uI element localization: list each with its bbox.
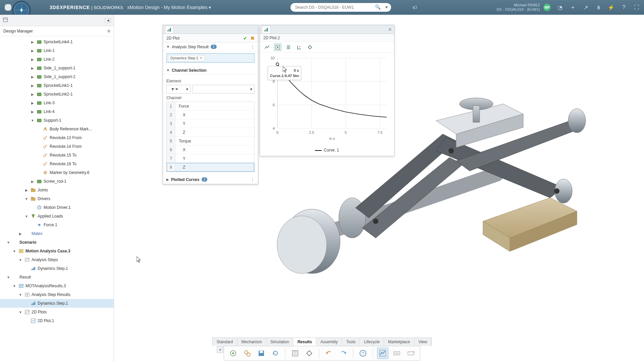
chip-remove-icon[interactable]: ✕	[200, 56, 203, 60]
design-tree[interactable]: ▶SprocketLink4-1▶Link-1▶Link-2▶Side_1_su…	[0, 36, 114, 362]
tool-settings-icon[interactable]	[304, 348, 315, 359]
channel-row[interactable]: 1Force	[167, 102, 254, 111]
tree-item[interactable]: Force.1	[0, 221, 114, 229]
tree-item[interactable]: Dynamics Step.1	[0, 264, 114, 273]
channel-row[interactable]: 4Z	[167, 128, 254, 137]
tree-item[interactable]: ▶SprocketLink1-1	[0, 81, 114, 90]
bottom-tab[interactable]: Simulation	[266, 338, 293, 346]
confirm-icon[interactable]: ✔	[243, 36, 247, 41]
channel-row[interactable]: 2X	[167, 111, 254, 119]
plot-tool-settings-icon[interactable]	[306, 44, 314, 51]
section-menu-icon[interactable]: ⋮	[251, 45, 255, 49]
sidebar-collapse-icon[interactable]: ◀	[105, 18, 111, 23]
bottom-tab[interactable]: Tools	[342, 338, 360, 346]
tree-item[interactable]: ▼Applied Loads	[0, 212, 114, 221]
tree-item[interactable]: ▶SprocketLink4-1	[0, 38, 114, 46]
channel-row[interactable]: 3Y	[167, 119, 254, 128]
share-icon[interactable]: ↗	[582, 4, 589, 11]
channel-row[interactable]: 8Z	[167, 163, 254, 172]
tree-item[interactable]: Body Reference Mark...	[0, 125, 114, 133]
tool-save-icon[interactable]	[256, 348, 267, 359]
collab-icon[interactable]: ⋔	[595, 4, 602, 11]
user-block[interactable]: Michael PEREZ DS - DSQAL018 - (EUW1)	[496, 3, 540, 12]
sidebar-tab-icon[interactable]	[3, 17, 8, 24]
plot-tab-icon[interactable]	[262, 26, 271, 33]
tree-item[interactable]: ▶SprocketLink2-1	[0, 90, 114, 99]
close-icon[interactable]: ✕	[386, 27, 394, 32]
tree-item[interactable]: Revolute.16 To	[0, 160, 114, 168]
analysis-step-chip[interactable]: Dynamics Step.1 ✕	[168, 55, 205, 61]
bottom-tab[interactable]: Mechanism	[237, 338, 266, 346]
tree-item[interactable]: Revolute.14 From	[0, 142, 114, 151]
flash-icon[interactable]: ⚡	[608, 4, 614, 11]
notification-icon[interactable]: ◔	[557, 4, 564, 11]
tree-item[interactable]: Revolute.13 From	[0, 133, 114, 142]
bottom-tab[interactable]: View	[414, 338, 431, 346]
search-scope-dropdown[interactable]: ▾	[383, 3, 390, 11]
tree-item[interactable]: ▼Scenario	[0, 238, 114, 247]
bottom-tab[interactable]: Assembly	[316, 338, 342, 346]
section-menu-icon[interactable]: ⋮	[251, 177, 255, 182]
panel-tab-icon[interactable]	[165, 26, 174, 33]
search-icon[interactable]: 🔍	[374, 3, 382, 11]
plot-tool-cursor-icon[interactable]	[274, 44, 281, 51]
tree-item[interactable]: ▼Result	[0, 273, 114, 282]
tree-item[interactable]: ▶Side_1_support-2	[0, 72, 114, 81]
add-icon[interactable]: ＋	[570, 4, 576, 11]
plot-tool-list-icon[interactable]	[285, 44, 292, 51]
sidebar-menu-icon[interactable]: ≡	[107, 28, 110, 34]
tree-item[interactable]: ▼Support-1	[0, 116, 114, 125]
tree-item[interactable]: ▼2D Plots	[0, 308, 114, 316]
tree-item[interactable]: ▼Analysis Step Results	[0, 290, 114, 299]
analysis-step-chipbox[interactable]: Dynamics Step.1 ✕	[166, 53, 255, 63]
element-select-dropdown[interactable]: ▾	[193, 85, 255, 94]
tree-item[interactable]: ▶Joints	[0, 186, 114, 194]
tool-gear2-icon[interactable]	[241, 348, 253, 359]
tool-undo-icon[interactable]	[323, 348, 335, 359]
tree-item[interactable]: Revolute.15 To	[0, 151, 114, 160]
tree-item[interactable]: ▶Link-4	[0, 107, 114, 116]
cancel-icon[interactable]: ✖	[251, 36, 255, 41]
tree-item[interactable]: ▶Link-1	[0, 46, 114, 55]
bottom-tab[interactable]: Results	[293, 338, 316, 346]
tool-keyboard1-icon[interactable]	[391, 348, 402, 359]
tree-item[interactable]: 2D Plot.1	[0, 316, 114, 325]
help-icon[interactable]: ?	[621, 4, 627, 11]
tree-item[interactable]: ▶Screw_rod-1	[0, 177, 114, 186]
tree-item[interactable]: Motion Driver.1	[0, 203, 114, 212]
section-plotted-curves[interactable]: ▶ Plotted Curves 1 ⋮	[163, 175, 258, 184]
plot-tool-chart-icon[interactable]	[263, 44, 271, 51]
tree-item[interactable]: ▶Mates	[0, 229, 114, 238]
bottom-tab[interactable]: Standard	[213, 338, 237, 346]
channel-row[interactable]: 6X	[167, 145, 254, 154]
tree-item[interactable]: Marker by Geometry.6	[0, 168, 114, 177]
tree-item[interactable]: ▼Analysis Steps	[0, 255, 114, 264]
tool-plot-icon[interactable]	[377, 348, 388, 359]
section-analysis-step-result[interactable]: ▼ Analysis Step Result 1 ⋮	[163, 43, 258, 51]
plot-tool-axes-icon[interactable]	[296, 44, 303, 51]
tool-refresh-icon[interactable]	[270, 348, 281, 359]
tool-gear1-icon[interactable]	[227, 348, 239, 359]
3d-viewport[interactable]	[255, 54, 631, 295]
tag-icon[interactable]: 🏷	[413, 5, 417, 10]
tool-keyboard2-icon[interactable]	[405, 348, 417, 359]
avatar[interactable]: MP	[543, 4, 551, 11]
tree-item[interactable]: ▶Link-2	[0, 55, 114, 64]
channel-row[interactable]: 7Y	[167, 154, 254, 163]
channel-row[interactable]: 5Torque	[167, 137, 254, 145]
tree-item[interactable]: ▼Drivers	[0, 194, 114, 203]
tool-help-icon[interactable]: ?	[357, 348, 369, 359]
tree-item[interactable]: ▼MOTAnalysisResults.3	[0, 282, 114, 290]
tool-results-icon[interactable]	[289, 348, 301, 359]
tree-item[interactable]: ▶Side_1_support-1	[0, 64, 114, 72]
tree-item[interactable]: ▶Link-3	[0, 99, 114, 107]
bottom-tab[interactable]: Marketplace	[384, 338, 414, 346]
tree-item[interactable]: ▼Motion Analysis Case.3	[0, 247, 114, 255]
bottom-tab[interactable]: Lifecycle	[360, 338, 384, 346]
tool-redo-icon[interactable]	[337, 348, 349, 359]
fullscreen-icon[interactable]: ⛶	[633, 4, 640, 11]
toolbar-expand-icon[interactable]: ▾	[217, 346, 223, 353]
channel-grid[interactable]: 1Force2X3Y4Z5Torque6X7Y8Z	[166, 102, 255, 172]
element-filter-dropdown[interactable]: ▼⏷▾	[166, 85, 191, 94]
app-context[interactable]: xMotion Design - My Motion Examples ▾	[127, 5, 211, 10]
